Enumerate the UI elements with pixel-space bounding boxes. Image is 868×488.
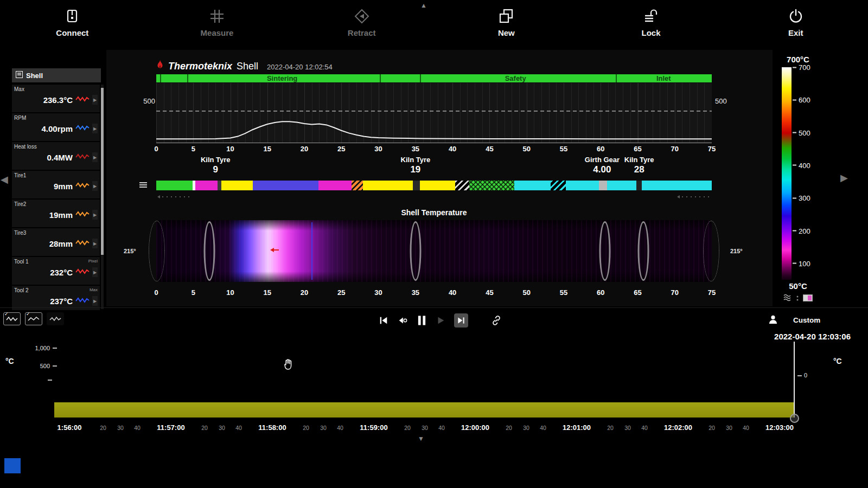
toolbar-lock-button[interactable]: Lock (579, 0, 724, 50)
strip-segment[interactable] (352, 181, 362, 190)
timeline-data-band[interactable] (54, 402, 794, 418)
time-minor-label: 20 (201, 425, 208, 431)
colorbar-tick-label: 700 (799, 63, 810, 72)
strip-segment[interactable] (551, 181, 566, 190)
time-major-label: 12:00:00 (461, 423, 489, 432)
parameter-value: 0.4MW (47, 153, 73, 162)
strip-segment[interactable] (607, 181, 636, 190)
collapse-bottom-down-icon[interactable]: ▼ (418, 435, 424, 442)
sidebar-item-labels: Tire1 (14, 172, 98, 179)
strip-segment[interactable] (221, 181, 253, 190)
step-back-button[interactable] (397, 316, 408, 325)
toolbar-new-button[interactable]: New (434, 0, 579, 50)
axis-tick-label: 35 (412, 288, 419, 297)
strip-segment[interactable] (455, 181, 470, 190)
sidebar-header[interactable]: Shell (12, 68, 101, 82)
expand-chevron-icon[interactable]: ▶ (92, 181, 98, 191)
sidebar-item-tire1[interactable]: Tire19mm▶ (12, 171, 100, 198)
time-mode-selector[interactable]: Custom (793, 316, 847, 324)
parameter-value: 237°C (50, 297, 73, 306)
sidebar-item-heat-loss[interactable]: Heat loss0.4MW▶ (12, 142, 100, 170)
parameter-label: Max (14, 86, 24, 93)
sidebar-scrollbar[interactable] (101, 85, 104, 309)
sidebar-item-tire2[interactable]: Tire219mm▶ (12, 200, 100, 227)
expand-chevron-icon[interactable]: ▶ (92, 296, 98, 306)
collapse-toolbar-up-icon[interactable]: ▲ (420, 2, 427, 9)
expand-chevron-icon[interactable]: ▶ (92, 152, 98, 162)
link-button[interactable] (491, 315, 502, 326)
parameter-sublabel: Max (90, 287, 98, 294)
sidebar-item-tool-2[interactable]: Tool 2Max237°C▶ (12, 286, 100, 310)
toolbar-measure-button[interactable]: Measure (145, 0, 290, 50)
skip-start-button[interactable] (379, 316, 388, 325)
strip-segment[interactable] (514, 181, 551, 190)
strip-segment[interactable] (469, 181, 514, 190)
expand-chevron-icon[interactable]: ▶ (92, 124, 98, 133)
strip-segment[interactable] (156, 181, 193, 190)
sparkline-toggle-1[interactable]: ✓ (3, 312, 21, 325)
toolbar-label: Exit (788, 28, 803, 37)
sidebar-item-labels: Tool 2Max (14, 287, 98, 294)
expand-chevron-icon[interactable]: ▶ (92, 95, 98, 105)
panel-expand-right-icon[interactable]: ▶ (840, 172, 848, 184)
strip-segment[interactable] (420, 181, 455, 190)
parameter-value-row: 236.3°C▶ (14, 95, 98, 105)
toolbar-retract-button[interactable]: Retract (289, 0, 434, 50)
axis-tick-label: 10 (226, 145, 234, 153)
lock-icon (643, 7, 659, 25)
strip-segment[interactable] (599, 181, 607, 190)
skip-end-button[interactable] (454, 313, 468, 328)
sparkline-toggle-3[interactable] (47, 312, 64, 325)
expand-chevron-icon[interactable]: ▶ (92, 239, 98, 248)
toolbar-connect-button[interactable]: Connect (0, 0, 145, 50)
colorbar-tick-label: 200 (799, 227, 810, 235)
sidebar-item-tool-1[interactable]: Tool 1Pixel232°C▶ (12, 257, 100, 285)
bottom-panel-divider (0, 307, 868, 308)
strip-segment[interactable] (195, 181, 218, 190)
zone-divider (160, 74, 161, 82)
playback-controls (379, 311, 502, 330)
kiln-thermal-image[interactable] (156, 220, 712, 282)
play-button[interactable] (436, 316, 445, 325)
axis-tick-label: 75 (708, 288, 716, 297)
sidebar-scrollbar-thumb[interactable] (101, 88, 104, 255)
spinner-dots-icon[interactable] (796, 294, 799, 304)
zone-bar[interactable]: SinteringSafetyInlet (156, 74, 712, 82)
zone-label: Sintering (267, 74, 297, 82)
time-major-label: 11:58:00 (258, 423, 286, 432)
strip-segment[interactable] (566, 181, 599, 190)
sidebar-item-tire3[interactable]: Tire328mm▶ (12, 228, 100, 256)
curves-settings-icon[interactable] (783, 294, 792, 304)
sparkline-toggle-2[interactable]: ✓ (25, 312, 42, 325)
sidebar-item-labels: Tire2 (14, 201, 98, 208)
sidebar-item-rpm[interactable]: RPM4.00rpm▶ (12, 113, 100, 141)
strip-segment[interactable] (642, 181, 712, 190)
parameter-label: Tire1 (14, 172, 26, 179)
expand-chevron-icon[interactable]: ▶ (92, 210, 98, 220)
strip-segment[interactable] (636, 181, 642, 190)
colorbar-tick: 100 (793, 259, 810, 267)
strip-segment[interactable] (413, 181, 420, 190)
sidebar-item-labels: Heat loss (14, 144, 98, 151)
kiln-marker-value: 9 (201, 164, 231, 175)
axis-tick-label: 25 (337, 288, 345, 297)
strip-menu-icon[interactable] (139, 181, 148, 191)
pause-button[interactable] (417, 314, 427, 326)
kiln-endcap-right (703, 221, 719, 281)
palette-settings-icon[interactable] (803, 294, 813, 304)
user-icon[interactable] (768, 314, 778, 326)
strip-segment[interactable] (218, 181, 221, 190)
toolbar-exit-button[interactable]: Exit (723, 0, 868, 50)
time-cursor-handle[interactable] (790, 414, 799, 423)
colorbar-tick-label: 500 (799, 129, 810, 137)
expand-chevron-icon[interactable]: ▶ (92, 267, 98, 277)
strip-segment[interactable] (318, 181, 352, 190)
sidebar-item-max[interactable]: Max236.3°C▶ (12, 85, 100, 112)
colorbar-tick-label: 100 (799, 259, 810, 267)
y-axis-zero-label: 0 (804, 372, 807, 378)
panel-collapse-left-icon[interactable]: ◀ (1, 174, 8, 185)
strip-segment[interactable] (253, 181, 318, 190)
strip-dotted-indicator-left (157, 195, 190, 198)
time-minor-label: 20 (607, 425, 614, 431)
strip-segment[interactable] (363, 181, 413, 190)
